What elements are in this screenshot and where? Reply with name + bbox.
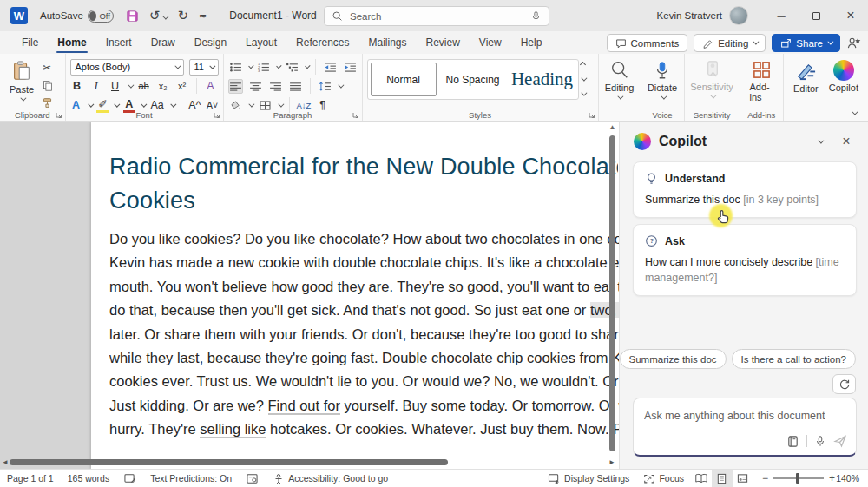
chevron-down-icon[interactable] [141,101,147,107]
save-icon[interactable] [126,10,139,23]
account-control[interactable]: Kevin Stratvert [657,6,748,25]
change-case-button[interactable]: Aa [149,99,165,111]
copilot-card-ask[interactable]: AskHow can I more concisely describe [ti… [633,224,857,296]
sort-button[interactable]: A↓Z [297,101,311,110]
copy-icon[interactable] [39,78,55,92]
text-predictions-status[interactable]: Text Predictions: On [143,470,239,487]
horizontal-scrollbar[interactable]: ◄ ► [0,458,619,467]
tab-view[interactable]: View [470,32,511,53]
tab-help[interactable]: Help [511,32,552,53]
bullets-button[interactable] [228,60,243,75]
focus-mode-button[interactable]: Focus [636,470,691,487]
chevron-down-icon[interactable] [248,63,253,68]
zoom-slider[interactable] [773,477,824,479]
increase-indent-button[interactable] [343,60,358,75]
clear-formatting-button[interactable]: A [204,80,218,92]
multilevel-list-button[interactable] [285,60,299,75]
autosave-toggle[interactable]: Off [88,10,114,23]
copilot-chip[interactable]: Is there a call to action? [732,349,856,369]
copilot-collapse-icon[interactable] [810,132,829,151]
editing-mode-button[interactable]: Editing [694,34,766,52]
editing-button[interactable]: Editing [603,56,636,103]
document-body-text[interactable]: Do you like cookies? Do you like chocola… [109,227,619,442]
copilot-ribbon-button[interactable]: Copilot [824,56,864,109]
horizontal-scroll-thumb[interactable] [10,459,448,465]
tab-home[interactable]: Home [48,32,95,53]
document-heading[interactable]: Radio Commercial for the New Double Choc… [109,150,619,218]
dictate-button[interactable]: Dictate [646,56,680,103]
tab-references[interactable]: References [286,32,358,53]
cut-icon[interactable]: ✂ [39,61,55,75]
proofing-status-icon[interactable] [116,470,143,487]
tab-mailings[interactable]: Mailings [358,32,416,53]
font-size-select[interactable]: 11 [189,59,219,76]
tab-draw[interactable]: Draw [141,32,185,53]
text-effects-button[interactable]: A [70,99,82,111]
justify-button[interactable] [288,79,303,94]
read-mode-button[interactable] [691,470,712,487]
comments-button[interactable]: Comments [607,34,688,52]
page-indicator[interactable]: Page 1 of 1 [0,470,61,487]
align-right-button[interactable] [268,79,283,94]
copilot-input-card[interactable] [633,398,857,457]
web-layout-button[interactable] [733,470,753,487]
chevron-down-icon[interactable] [248,101,254,107]
font-name-select[interactable]: Aptos (Body) [70,59,184,76]
format-painter-icon[interactable] [39,95,55,109]
decrease-indent-button[interactable] [323,60,338,75]
tab-file[interactable]: File [12,32,48,53]
styles-scroll-down-icon[interactable] [581,76,587,82]
tab-layout[interactable]: Layout [236,32,286,53]
copilot-close-icon[interactable]: × [837,132,856,151]
chevron-down-icon[interactable] [276,63,281,68]
superscript-button[interactable]: x² [175,81,189,91]
zoom-out-button[interactable]: − [762,472,768,484]
styles-scroll-up-icon[interactable] [579,62,585,68]
chevron-down-icon[interactable] [88,101,94,107]
addins-button[interactable]: Add-ins [745,56,779,106]
styles-more-icon[interactable] [581,90,587,96]
vertical-scroll-thumb[interactable] [609,135,615,451]
styles-dialog-launcher[interactable] [589,112,595,119]
chevron-down-icon[interactable] [278,101,284,107]
word-app-icon[interactable]: W [10,7,28,24]
editor-status-icon[interactable] [239,470,266,487]
italic-button[interactable]: I [89,80,103,93]
scroll-up-arrow[interactable]: ▲ [608,123,616,131]
paragraph-dialog-launcher[interactable] [352,112,359,119]
numbering-button[interactable] [256,60,271,75]
close-button[interactable]: × [833,0,868,31]
show-hide-marks-button[interactable]: ¶ [316,99,330,111]
subscript-button[interactable]: x₂ [156,81,170,91]
display-settings-button[interactable]: Display Settings [541,470,636,487]
customize-toolbar-icon[interactable]: ≂ [199,10,207,22]
refresh-suggestions-button[interactable] [832,374,856,394]
undo-icon[interactable]: ↺ [149,8,168,23]
chevron-down-icon[interactable] [114,101,120,107]
copilot-chip[interactable]: Summarize this doc [620,349,727,369]
align-left-button[interactable] [228,79,243,94]
scroll-left-arrow[interactable]: ◄ [2,458,9,466]
document-page[interactable]: Radio Commercial for the New Double Choc… [91,122,619,469]
prompt-library-icon[interactable] [786,435,799,448]
style-no-spacing[interactable]: No Spacing [440,63,506,96]
tab-insert[interactable]: Insert [96,32,141,53]
vertical-scrollbar[interactable]: ▲ [608,123,617,460]
chevron-down-icon[interactable] [170,101,176,107]
tab-review[interactable]: Review [417,32,470,53]
minimize-button[interactable]: ─ [764,0,799,31]
zoom-in-button[interactable]: + [829,472,835,484]
clipboard-dialog-launcher[interactable] [56,112,62,119]
search-bar[interactable]: Search [324,6,549,26]
send-icon[interactable] [833,434,847,448]
editor-button[interactable]: Editor [788,56,824,109]
chevron-down-icon[interactable] [338,82,344,88]
zoom-level[interactable]: 140% [835,473,868,484]
feedback-icon[interactable] [846,36,861,49]
copilot-prompt-input[interactable] [644,410,845,422]
scroll-right-arrow[interactable]: ► [608,458,615,466]
chevron-down-icon[interactable] [305,63,310,68]
bold-button[interactable]: B [70,80,84,92]
voice-input-icon[interactable] [814,435,826,447]
underline-button[interactable]: U [108,80,122,92]
